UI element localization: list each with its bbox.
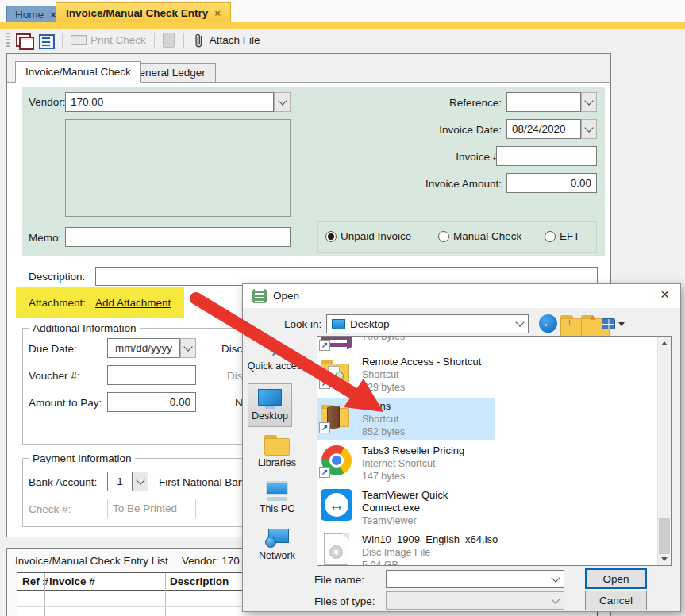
file-item-teamviewer[interactable]: ↔ TeamViewer Quick Connect.exe TeamViewe…	[317, 487, 495, 529]
view-menu-button[interactable]	[602, 316, 625, 332]
radio-manual-check[interactable]: Manual Check	[438, 230, 521, 242]
tab-home-label: Home	[15, 9, 44, 21]
desktop-icon	[258, 389, 282, 406]
print-check-label: Print Check	[90, 34, 146, 46]
file-type: Internet Shortcut	[362, 457, 489, 470]
tab-invoice-manual-check[interactable]: Invoice/Manual Check	[15, 61, 141, 83]
accent-band	[0, 22, 685, 29]
reference-dropdown-button[interactable]	[581, 92, 597, 112]
radio-manual-check-icon[interactable]	[438, 231, 449, 242]
calculator-button[interactable]	[160, 31, 179, 50]
file-list-scrollbar[interactable]	[657, 337, 671, 565]
radio-unpaid-invoice-icon[interactable]	[325, 231, 337, 242]
payment-info-legend: Payment Information	[29, 452, 135, 464]
voucher-input[interactable]	[107, 365, 196, 385]
table-col-line-1	[44, 573, 45, 616]
vendor-input[interactable]	[65, 92, 274, 112]
report-icon	[39, 34, 55, 49]
sidebar-item-network[interactable]: Network	[246, 529, 308, 561]
sidebar-item-desktop[interactable]: Desktop	[248, 383, 292, 427]
toolbar-grip[interactable]	[6, 33, 10, 48]
vendor-dropdown-button[interactable]	[274, 92, 291, 112]
sidebar-item-quick-access[interactable]: ★ Quick access	[246, 338, 308, 372]
scroll-up-button[interactable]	[658, 337, 671, 349]
add-attachment-link[interactable]: Add Attachment	[95, 297, 171, 309]
quick-access-star-icon: ★	[246, 338, 308, 360]
radio-eft-icon[interactable]	[545, 231, 556, 242]
file-type: TeamViewer	[362, 514, 489, 527]
print-checks-button[interactable]	[14, 32, 33, 49]
invoice-amount-input[interactable]	[506, 173, 597, 193]
sidebar-item-libraries[interactable]: Libraries	[246, 435, 308, 468]
this-pc-icon	[266, 481, 288, 495]
reference-input[interactable]	[506, 92, 581, 112]
additional-info-legend: Additional Information	[29, 322, 140, 334]
file-type: Disc Image File	[362, 546, 489, 559]
attach-file-label: Attach File	[210, 34, 260, 46]
radio-eft-label: EFT	[560, 230, 580, 242]
dialog-title: Open	[273, 290, 299, 302]
look-in-combobox[interactable]: Desktop	[326, 314, 529, 333]
files-of-type-combobox[interactable]	[386, 591, 564, 610]
invoice-no-input[interactable]	[496, 146, 597, 166]
col-invoice[interactable]: Invoice #	[49, 576, 95, 587]
file-item-win10-iso[interactable]: Win10_1909_English_x64.iso Disc Image Fi…	[317, 532, 495, 566]
file-name: Win10_1909_English_x64.iso	[362, 533, 489, 546]
file-name: Remote Access - Shortcut	[362, 356, 489, 368]
radio-unpaid-invoice[interactable]: Unpaid Invoice	[325, 230, 411, 242]
new-folder-button[interactable]: *	[581, 315, 598, 333]
file-name-combobox[interactable]	[386, 570, 564, 588]
network-icon	[265, 529, 289, 548]
file-item-scans[interactable]: ↗ Scans Shortcut 852 bytes	[317, 398, 495, 440]
radio-eft[interactable]: EFT	[545, 230, 580, 242]
scroll-down-button[interactable]	[658, 552, 671, 565]
report-button[interactable]	[37, 32, 56, 49]
description-label: Description:	[29, 271, 85, 283]
due-date-input[interactable]	[107, 338, 180, 358]
invoice-date-input[interactable]	[506, 119, 581, 139]
col-description[interactable]: Description	[170, 576, 229, 587]
file-type: Shortcut	[362, 368, 489, 381]
attach-file-button[interactable]: Attach File	[189, 33, 264, 48]
file-name: Tabs3 Reseller Pricing	[362, 445, 489, 457]
back-button[interactable]: ←	[539, 314, 557, 333]
chrome-center-icon	[332, 456, 341, 465]
invoice-date-dropdown-button[interactable]	[581, 119, 597, 139]
memo-input[interactable]	[65, 227, 291, 247]
file-item-partial[interactable]: ↗ Shortcut 700 bytes	[317, 336, 495, 351]
vendor-label: Vendor:	[29, 96, 66, 108]
chevron-down-icon	[584, 123, 593, 132]
open-button[interactable]: Open	[585, 568, 647, 589]
bank-account-input[interactable]	[107, 472, 133, 491]
file-type: Shortcut	[362, 413, 489, 425]
shortcut-arrow-icon: ↗	[319, 340, 330, 351]
amount-to-pay-input[interactable]	[107, 392, 196, 412]
up-arrow-icon: ↑	[567, 316, 572, 328]
vendor-address-box	[65, 119, 291, 217]
desktop-mini-icon	[332, 319, 345, 329]
attachment-label: Attachment:	[29, 297, 86, 309]
check-no-label: Check #:	[29, 503, 71, 515]
up-folder-button[interactable]: ↑	[560, 315, 578, 333]
tab-invoice-manual-check-label: Invoice/Manual Check	[25, 66, 131, 78]
chevron-down-icon	[551, 595, 560, 603]
tab-invoice-entry-close-icon[interactable]: ×	[214, 7, 221, 19]
dialog-title-bar[interactable]: Open ×	[243, 284, 680, 308]
sidebar-item-libraries-label: Libraries	[246, 457, 308, 468]
file-item-remote-access[interactable]: ↗ Remote Access - Shortcut Shortcut 729 …	[317, 354, 495, 395]
scroll-up-icon	[661, 341, 668, 345]
print-checks-icon-2	[19, 37, 34, 50]
bank-account-dropdown-button[interactable]	[133, 472, 148, 491]
scroll-thumb[interactable]	[659, 518, 670, 554]
print-check-button[interactable]: Print Check	[67, 34, 149, 46]
sidebar-item-this-pc-label: This PC	[246, 503, 308, 514]
app-shortcut-icon: ↗	[321, 336, 352, 349]
dialog-close-icon[interactable]: ×	[660, 286, 669, 303]
sidebar-item-this-pc[interactable]: This PC	[246, 481, 308, 514]
chevron-down-icon	[551, 573, 560, 582]
tab-invoice-entry[interactable]: Invoice/Manual Check Entry ×	[56, 2, 231, 22]
cancel-button[interactable]: Cancel	[585, 591, 647, 610]
due-date-dropdown-button[interactable]	[180, 338, 196, 358]
file-item-tabs3-pricing[interactable]: ↗ Tabs3 Reseller Pricing Internet Shortc…	[317, 443, 495, 484]
check-no-input[interactable]	[107, 499, 196, 518]
